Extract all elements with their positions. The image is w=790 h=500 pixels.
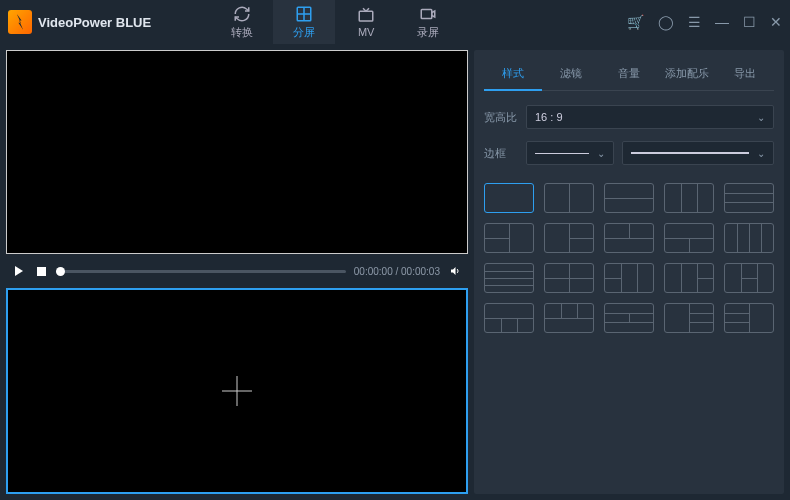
content: 00:00:00 / 00:00:03 样式 滤镜 音量 添加配乐 导出 宽高比… (0, 44, 790, 500)
minimize-button[interactable]: — (715, 14, 729, 30)
titlebar: VideoPower BLUE 转换 分屏 MV 录屏 🛒 ◯ ☰ — ☐ ✕ (0, 0, 790, 44)
chevron-down-icon: ⌄ (757, 148, 765, 159)
aspect-select[interactable]: 16 : 9 ⌄ (526, 105, 774, 129)
menu-icon[interactable]: ☰ (688, 14, 701, 30)
svg-rect-5 (37, 267, 46, 276)
tab-record[interactable]: 录屏 (397, 0, 459, 44)
layout-5[interactable] (724, 183, 774, 213)
stop-icon (37, 267, 46, 276)
svg-rect-4 (421, 9, 432, 18)
maximize-button[interactable]: ☐ (743, 14, 756, 30)
border-color-select[interactable]: ⌄ (622, 141, 774, 165)
refresh-icon (233, 5, 251, 23)
layout-18[interactable] (604, 303, 654, 333)
play-icon (14, 266, 24, 276)
line-preview (535, 153, 589, 154)
add-video-slot[interactable] (6, 288, 468, 494)
layout-2[interactable] (544, 183, 594, 213)
aspect-row: 宽高比 16 : 9 ⌄ (484, 105, 774, 129)
stop-button[interactable] (34, 264, 48, 278)
chevron-down-icon: ⌄ (757, 112, 765, 123)
user-icon[interactable]: ◯ (658, 14, 674, 30)
main-tabs: 转换 分屏 MV 录屏 (211, 0, 459, 44)
line-preview (631, 152, 749, 154)
panel-tab-export[interactable]: 导出 (716, 58, 774, 90)
tv-icon (357, 6, 375, 24)
volume-button[interactable] (448, 264, 462, 278)
layout-13[interactable] (604, 263, 654, 293)
tab-mv[interactable]: MV (335, 0, 397, 44)
layout-8[interactable] (604, 223, 654, 253)
app-logo: VideoPower BLUE (8, 10, 151, 34)
chevron-down-icon: ⌄ (597, 148, 605, 159)
layout-19[interactable] (664, 303, 714, 333)
layout-9[interactable] (664, 223, 714, 253)
border-row: 边框 ⌄ ⌄ (484, 141, 774, 165)
layout-grid (484, 183, 774, 333)
grid-icon (295, 5, 313, 23)
window-controls: 🛒 ◯ ☰ — ☐ ✕ (627, 14, 782, 30)
panel-tabs: 样式 滤镜 音量 添加配乐 导出 (484, 58, 774, 91)
layout-15[interactable] (724, 263, 774, 293)
svg-rect-3 (359, 11, 373, 21)
border-width-select[interactable]: ⌄ (526, 141, 614, 165)
time-display: 00:00:00 / 00:00:03 (354, 266, 440, 277)
tab-convert[interactable]: 转换 (211, 0, 273, 44)
panel-tab-filter[interactable]: 滤镜 (542, 58, 600, 90)
border-label: 边框 (484, 146, 518, 161)
plus-icon (222, 376, 252, 406)
layout-17[interactable] (544, 303, 594, 333)
panel-tab-music[interactable]: 添加配乐 (658, 58, 716, 90)
play-button[interactable] (12, 264, 26, 278)
panel-tab-volume[interactable]: 音量 (600, 58, 658, 90)
record-icon (419, 5, 437, 23)
tab-split[interactable]: 分屏 (273, 0, 335, 44)
volume-icon (449, 265, 461, 277)
layout-16[interactable] (484, 303, 534, 333)
player-bar: 00:00:00 / 00:00:03 (6, 260, 468, 282)
layout-10[interactable] (724, 223, 774, 253)
layout-12[interactable] (544, 263, 594, 293)
cart-icon[interactable]: 🛒 (627, 14, 644, 30)
layout-14[interactable] (664, 263, 714, 293)
left-pane: 00:00:00 / 00:00:03 (6, 50, 468, 494)
close-button[interactable]: ✕ (770, 14, 782, 30)
progress-slider[interactable] (56, 270, 346, 273)
aspect-label: 宽高比 (484, 110, 518, 125)
logo-icon (8, 10, 32, 34)
layout-3[interactable] (604, 183, 654, 213)
right-panel: 样式 滤镜 音量 添加配乐 导出 宽高比 16 : 9 ⌄ 边框 ⌄ ⌄ (474, 50, 784, 494)
panel-tab-style[interactable]: 样式 (484, 58, 542, 91)
app-name: VideoPower BLUE (38, 15, 151, 30)
layout-7[interactable] (544, 223, 594, 253)
layout-20[interactable] (724, 303, 774, 333)
layout-6[interactable] (484, 223, 534, 253)
layout-1[interactable] (484, 183, 534, 213)
video-preview[interactable] (6, 50, 468, 254)
layout-4[interactable] (664, 183, 714, 213)
layout-11[interactable] (484, 263, 534, 293)
